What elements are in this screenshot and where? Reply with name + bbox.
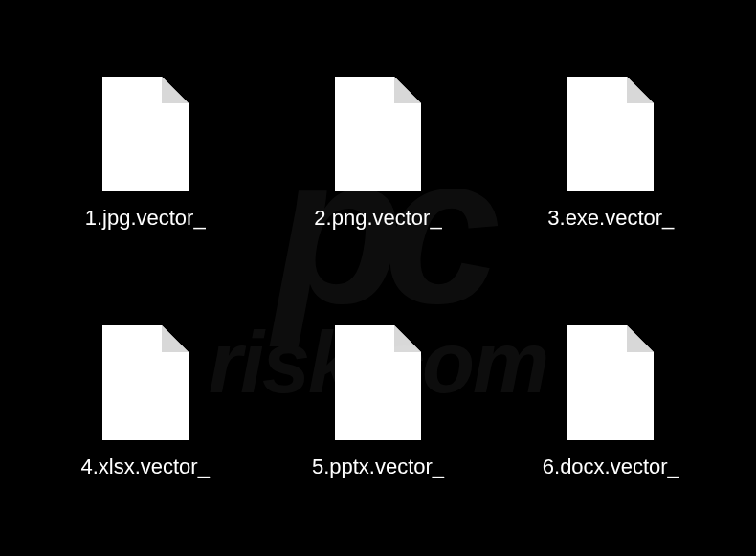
file-label: 2.png.vector_ [314, 206, 441, 231]
file-icon [102, 77, 189, 191]
file-icon [335, 77, 421, 191]
file-icon [102, 325, 189, 440]
file-item[interactable]: 6.docx.vector_ [504, 288, 718, 519]
file-label: 5.pptx.vector_ [312, 455, 444, 479]
file-label: 6.docx.vector_ [543, 455, 679, 479]
file-item[interactable]: 2.png.vector_ [271, 38, 484, 269]
file-label: 4.xlsx.vector_ [80, 455, 210, 479]
file-label: 1.jpg.vector_ [85, 206, 206, 231]
file-icon [567, 77, 654, 191]
file-item[interactable]: 5.pptx.vector_ [271, 288, 484, 519]
file-item[interactable]: 4.xlsx.vector_ [38, 288, 252, 519]
file-icon [567, 325, 654, 440]
file-label: 3.exe.vector_ [547, 206, 674, 231]
file-item[interactable]: 1.jpg.vector_ [38, 38, 252, 269]
file-icon [335, 325, 421, 440]
file-item[interactable]: 3.exe.vector_ [504, 38, 718, 269]
desktop-area: 1.jpg.vector_ 2.png.vector_ 3.exe.vector… [0, 0, 756, 556]
